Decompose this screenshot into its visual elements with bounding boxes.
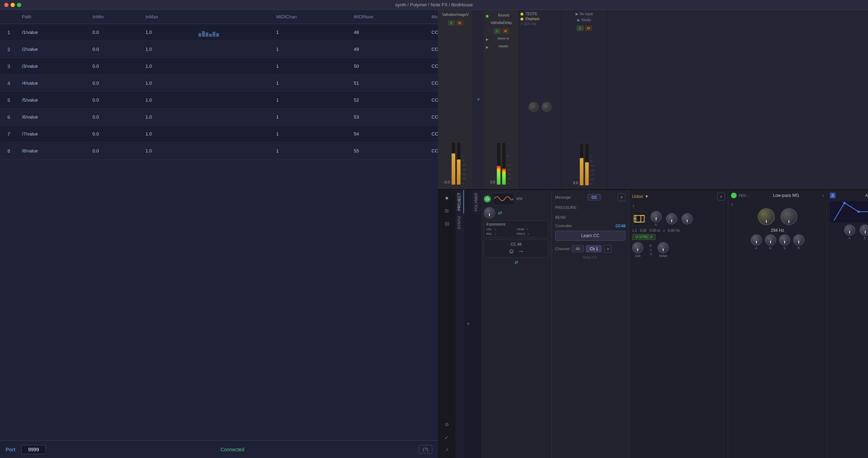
feg-s-knob[interactable]	[779, 234, 790, 246]
row-midichan-3[interactable]: 1	[272, 62, 350, 70]
message-plus-button[interactable]: +	[618, 193, 625, 201]
row-inmin-4[interactable]: 0.0	[88, 79, 141, 87]
row-inmin-5[interactable]: 0.0	[88, 96, 141, 104]
table-row: 7 /7/value 0.0 1.0 1 54 CC ∨ mute	[0, 126, 438, 143]
row-viz-4	[194, 82, 272, 85]
row-midinum-1[interactable]: 48	[350, 28, 427, 36]
close-button[interactable]	[4, 3, 8, 7]
power-button[interactable]: ⏻	[484, 195, 491, 203]
row-inmin-6[interactable]: 0.0	[88, 113, 141, 121]
sidebar-icon-settings[interactable]: ⚙	[441, 419, 452, 430]
row-midinum-7[interactable]: 54	[350, 130, 427, 138]
feg-a-knob[interactable]	[751, 234, 762, 246]
db-value-1: -0.0	[444, 180, 450, 184]
minimize-button[interactable]	[11, 3, 15, 7]
row-inmax-5[interactable]: 1.0	[141, 96, 194, 104]
feg-r-knob[interactable]	[793, 234, 804, 246]
mute-btn-2[interactable]: M	[502, 28, 509, 34]
row-path-6[interactable]: /6/value	[18, 113, 88, 121]
osc-knob-tune[interactable]	[650, 211, 662, 222]
row-path-3[interactable]: /3/value	[18, 62, 88, 70]
row-path-8[interactable]: /8/value	[18, 147, 88, 155]
mute-btn-3[interactable]: M	[585, 25, 592, 31]
row-midichan-5[interactable]: 1	[272, 96, 350, 104]
sub-knob[interactable]	[632, 242, 643, 253]
union-dropdown[interactable]: Union ▼	[632, 194, 649, 199]
window-controls[interactable]	[4, 3, 21, 7]
power-row: ⏻ MW	[484, 193, 548, 205]
tab-polymer[interactable]: POLYMER	[472, 190, 481, 214]
learn-cc-button[interactable]: Learn CC	[555, 231, 625, 241]
add-section-button[interactable]: +	[466, 321, 470, 327]
channel-ch1-button[interactable]: Ch 1	[586, 245, 602, 252]
solo-btn-2[interactable]: S	[494, 28, 501, 34]
solo-btn-1[interactable]: S	[448, 20, 455, 26]
sub-knob-container: Sub	[632, 242, 643, 258]
osc-knob-extra[interactable]	[682, 213, 693, 224]
row-inmax-1[interactable]: 1.0	[141, 28, 194, 36]
row-path-4[interactable]: /4/value	[18, 79, 88, 87]
sidebar-icon-arrow-up[interactable]: ↗	[441, 445, 452, 455]
lpf-chevron[interactable]: ›	[822, 193, 824, 198]
knob-teote-1[interactable]	[529, 102, 539, 112]
row-inmax-7[interactable]: 1.0	[141, 130, 194, 138]
solo-btn-3[interactable]: S	[577, 25, 584, 31]
osc-knob-vol[interactable]	[666, 213, 677, 224]
maximize-button[interactable]	[17, 3, 21, 7]
lpf-arrow-up[interactable]: ↕	[731, 201, 733, 207]
port-input[interactable]	[21, 445, 46, 454]
row-midinum-6[interactable]: 53	[350, 113, 427, 121]
sidebar-icon-star[interactable]: ★	[441, 193, 452, 203]
row-inmin-3[interactable]: 0.0	[88, 62, 141, 70]
row-midichan-6[interactable]: 1	[272, 113, 350, 121]
row-inmax-2[interactable]: 1.0	[141, 45, 194, 53]
row-inmax-6[interactable]: 1.0	[141, 113, 194, 121]
row-inmax-8[interactable]: 1.0	[141, 147, 194, 155]
knob-teote-2[interactable]	[542, 102, 552, 112]
row-inmin-1[interactable]: 0.0	[88, 28, 141, 36]
row-midichan-4[interactable]: 1	[272, 79, 350, 87]
sidebar-icon-arrow-down[interactable]: ↙	[441, 432, 452, 442]
row-inmax-4[interactable]: 1.0	[141, 79, 194, 87]
row-midinum-3[interactable]: 50	[350, 62, 427, 70]
lpf-power-button[interactable]	[731, 193, 737, 198]
row-path-7[interactable]: /7/value	[18, 130, 88, 138]
row-midichan-2[interactable]: 1	[272, 45, 350, 53]
mute-btn-1[interactable]: M	[456, 20, 463, 26]
row-midichan-8[interactable]: 1	[272, 147, 350, 155]
noise-knob[interactable]	[658, 242, 669, 253]
row-midinum-4[interactable]: 51	[350, 79, 427, 87]
channel-plus-button[interactable]: +	[604, 245, 612, 253]
row-path-2[interactable]: /2/value	[18, 45, 88, 53]
knob-main[interactable]	[484, 207, 495, 218]
row-midinum-8[interactable]: 55	[350, 147, 427, 155]
tab-synth[interactable]: SYNTH	[456, 213, 464, 232]
sync-button[interactable]: ↺ SYNC ↺	[632, 234, 656, 240]
lpf-res-knob[interactable]	[780, 208, 797, 225]
amp-a-knob[interactable]	[844, 224, 855, 236]
row-inmax-3[interactable]: 1.0	[141, 62, 194, 70]
channel-all-button[interactable]: All	[572, 245, 584, 252]
pitch-up-icon[interactable]: ↑	[632, 203, 635, 209]
help-button[interactable]: (?)	[419, 445, 432, 454]
add-track-button[interactable]: +	[475, 95, 482, 105]
row-midichan-7[interactable]: 1	[272, 130, 350, 138]
row-midichan-1[interactable]: 1	[272, 28, 350, 36]
row-inmin-7[interactable]: 0.0	[88, 130, 141, 138]
amp-d-knob[interactable]	[860, 224, 868, 236]
feg-d-knob[interactable]	[765, 234, 776, 246]
message-type-button[interactable]: CC	[588, 194, 601, 200]
tab-project[interactable]: PROJECT	[456, 190, 464, 213]
row-inmin-2[interactable]: 0.0	[88, 45, 141, 53]
sidebar-icon-folder[interactable]: ▤	[441, 218, 452, 229]
fader-area-3: 0.0 0 - 6 - 12 - 18 - 24	[563, 34, 606, 187]
row-path-5[interactable]: /5/value	[18, 96, 88, 104]
osc-plus-button[interactable]: +	[717, 193, 725, 200]
sidebar-icon-grid[interactable]: ⊞	[441, 205, 452, 216]
row-midinum-5[interactable]: 52	[350, 96, 427, 104]
row-path-1[interactable]: /1/value	[18, 28, 88, 36]
row-midinum-2[interactable]: 49	[350, 45, 427, 53]
message-label: Message	[555, 195, 571, 199]
lpf-freq-knob[interactable]	[758, 208, 775, 225]
row-inmin-8[interactable]: 0.0	[88, 147, 141, 155]
